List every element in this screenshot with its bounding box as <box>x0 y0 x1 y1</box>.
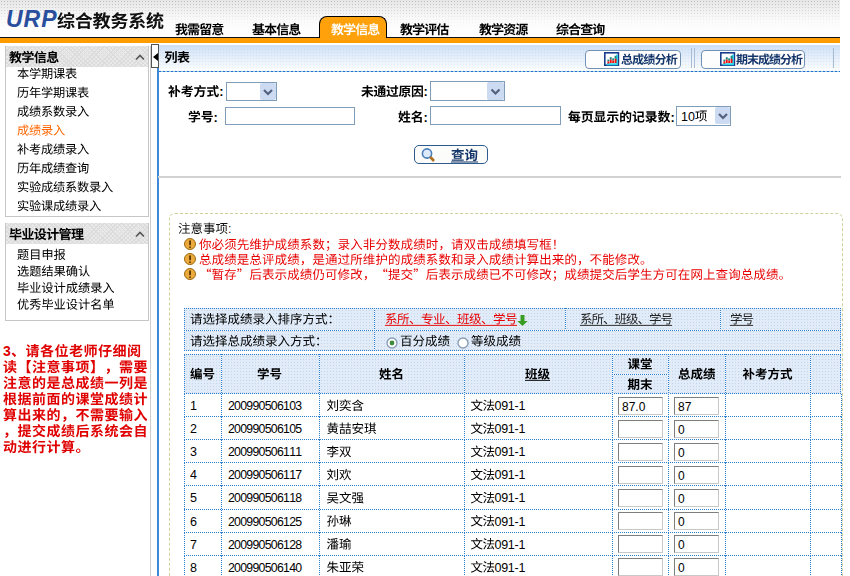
svg-text::: : <box>670 110 674 125</box>
svg-text::: : <box>219 84 223 99</box>
svg-text:3: 3 <box>3 343 11 359</box>
svg-text::: : <box>424 110 428 125</box>
svg-text::: : <box>424 84 428 99</box>
svg-text::: : <box>214 110 218 125</box>
